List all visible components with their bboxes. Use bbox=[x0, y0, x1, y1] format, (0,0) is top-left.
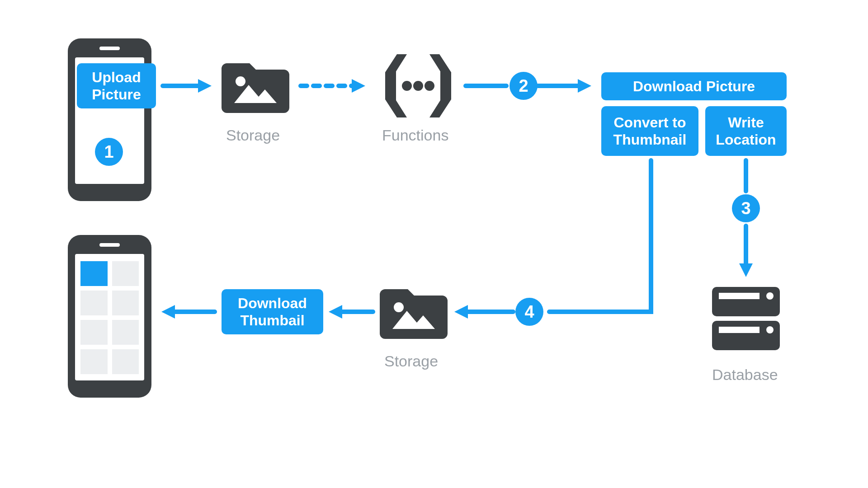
functions-label: Functions bbox=[382, 127, 448, 144]
svg-point-3 bbox=[236, 76, 245, 86]
database-label: Database bbox=[712, 366, 778, 384]
gallery-thumb bbox=[112, 320, 139, 345]
svg-point-10 bbox=[425, 81, 434, 91]
svg-rect-18 bbox=[719, 293, 760, 299]
gallery-thumb bbox=[80, 291, 108, 315]
svg-marker-13 bbox=[578, 79, 591, 93]
gallery-thumb-active bbox=[80, 261, 108, 286]
convert-thumbnail-box: Convert to Thumbnail bbox=[601, 106, 698, 156]
svg-marker-16 bbox=[739, 263, 753, 277]
storage-top-icon bbox=[222, 59, 289, 113]
svg-rect-21 bbox=[719, 327, 760, 333]
phone-upload-icon bbox=[68, 38, 151, 201]
svg-point-22 bbox=[766, 326, 774, 333]
arrow-storage-to-functions bbox=[301, 79, 366, 93]
step-badge-1: 1 bbox=[95, 138, 123, 166]
gallery-thumb bbox=[80, 349, 108, 374]
svg-marker-30 bbox=[161, 305, 175, 319]
functions-icon bbox=[375, 54, 461, 117]
step-badge-4: 4 bbox=[515, 298, 543, 326]
storage-bottom-icon bbox=[380, 285, 448, 339]
gallery-grid bbox=[80, 261, 139, 374]
gallery-thumb bbox=[112, 261, 139, 286]
write-location-box: Write Location bbox=[705, 106, 787, 156]
phone-gallery-icon bbox=[68, 235, 151, 398]
download-thumbnail-box: Download Thumbail bbox=[222, 289, 323, 334]
storage-top-label: Storage bbox=[226, 127, 280, 144]
gallery-thumb bbox=[112, 291, 139, 315]
svg-marker-28 bbox=[329, 305, 342, 319]
download-picture-box: Download Picture bbox=[601, 72, 787, 100]
arrow-convert-to-storage bbox=[452, 160, 658, 323]
svg-rect-17 bbox=[712, 287, 780, 316]
database-icon bbox=[712, 285, 780, 352]
gallery-thumb bbox=[80, 320, 108, 345]
arrow-upload-to-storage bbox=[163, 79, 212, 93]
svg-rect-20 bbox=[712, 321, 780, 350]
step-badge-3: 3 bbox=[732, 194, 760, 222]
svg-marker-1 bbox=[198, 79, 212, 93]
arrow-thumb-to-phone bbox=[160, 305, 215, 319]
svg-marker-5 bbox=[352, 79, 365, 93]
svg-marker-24 bbox=[454, 305, 468, 319]
svg-point-26 bbox=[394, 302, 404, 312]
gallery-thumb bbox=[112, 349, 139, 374]
step-badge-2: 2 bbox=[509, 72, 538, 100]
svg-point-8 bbox=[402, 81, 412, 91]
upload-picture-box: Upload Picture bbox=[77, 63, 156, 108]
arrow-storage-to-thumb bbox=[328, 305, 373, 319]
storage-bottom-label: Storage bbox=[384, 352, 438, 370]
svg-point-9 bbox=[413, 81, 423, 91]
svg-point-19 bbox=[766, 292, 774, 300]
